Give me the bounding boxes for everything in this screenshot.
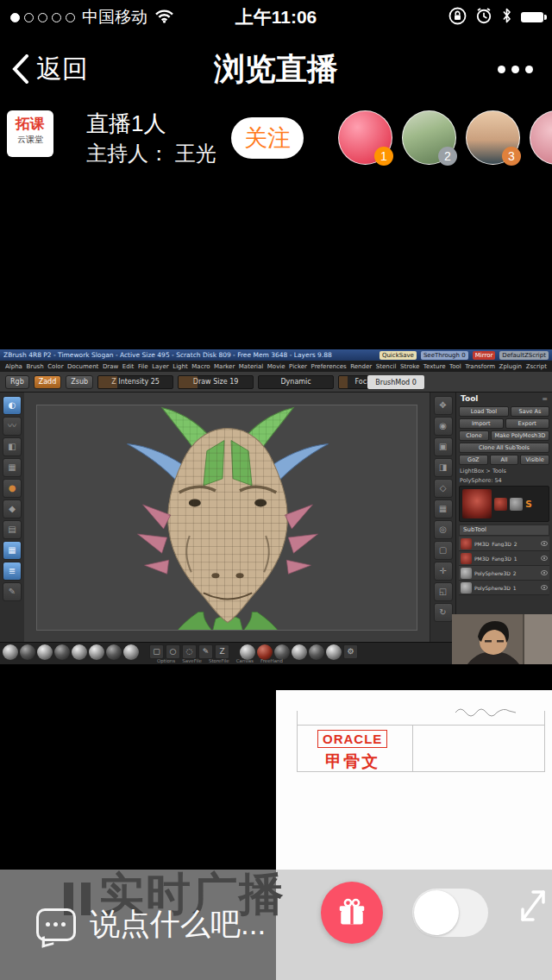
menu-stencil: Stencil xyxy=(376,363,397,370)
viewer-avatar-2[interactable]: 2 xyxy=(402,110,456,165)
zbrush-zscript-button: DefaultZScript xyxy=(499,351,549,360)
brush-thumb xyxy=(326,644,342,660)
zbrush-menubar: Alpha Brush Color Document Draw Edit Fil… xyxy=(0,361,552,372)
floor-icon: ▦ xyxy=(434,499,453,518)
menu-layer: Layer xyxy=(152,363,169,370)
live-info-row: 拓课 云课堂 直播1人 主持人： 王光 关注 1 2 3 xyxy=(0,109,552,171)
material-sphere-thumb xyxy=(123,644,139,660)
rank-badge-3: 3 xyxy=(502,147,521,166)
menu-movie: Movie xyxy=(267,363,285,370)
viewer-avatar-4[interactable] xyxy=(530,110,552,165)
material-sphere-thumb xyxy=(106,644,122,660)
clone-button: Clone xyxy=(459,430,489,441)
goz-button: GoZ xyxy=(459,455,488,465)
current-tool-preview xyxy=(462,489,492,518)
fullscreen-expand-button[interactable] xyxy=(512,883,552,928)
save-as-button: Save As xyxy=(511,406,549,417)
current-tool-thumbnails: S xyxy=(459,486,549,522)
chat-bubble-icon xyxy=(36,908,76,941)
menu-transform: Transform xyxy=(465,363,495,370)
material-sphere-thumb xyxy=(20,644,35,660)
layers-icon: ≣ xyxy=(3,562,22,581)
menu-light: Light xyxy=(172,363,187,370)
more-options-button[interactable] xyxy=(498,35,533,104)
chat-placeholder: 说点什么吧... xyxy=(90,904,266,945)
menu-marker: Marker xyxy=(214,363,235,370)
menu-brush: Brush xyxy=(26,363,43,370)
table-line xyxy=(297,711,298,771)
load-tool-button: Load Tool xyxy=(459,406,509,417)
grid-icon: ▦ xyxy=(3,541,22,560)
current-tool-label: PolySphere: 54 xyxy=(460,477,549,484)
bluetooth-icon xyxy=(501,8,512,27)
zbrush-canvas xyxy=(24,393,430,642)
zbrush-document-frame xyxy=(36,405,417,631)
menu-texture: Texture xyxy=(423,363,446,370)
menu-color: Color xyxy=(47,363,63,370)
visibility-eye-icon xyxy=(541,585,548,590)
viewer-avatar-1[interactable]: 1 xyxy=(338,110,392,165)
table-line xyxy=(297,725,545,726)
menu-zscript: Zscript xyxy=(526,363,547,370)
menu-stroke: Stroke xyxy=(400,363,419,370)
visibility-eye-icon xyxy=(541,570,548,575)
zsub-button: Zsub xyxy=(66,375,93,389)
toggle-knob xyxy=(414,890,459,935)
toggle-switch[interactable] xyxy=(412,889,488,937)
frame-icon: ▢ xyxy=(434,541,453,560)
menu-file: File xyxy=(138,363,148,370)
oracle-logo: ORACLE 甲骨文 xyxy=(317,730,387,773)
subtool-item: PolySphere3D_2 xyxy=(459,566,549,581)
bottom-control-bar: 实时广播 说点什么吧... xyxy=(0,870,552,980)
follow-button[interactable]: 关注 xyxy=(231,117,304,159)
zbrush-mirror-button: Mirror xyxy=(473,351,496,360)
menu-picker: Picker xyxy=(289,363,307,370)
menu-zplugin: Zplugin xyxy=(499,363,522,370)
brush-picker-icon: ◐ xyxy=(3,396,22,415)
clone-all-subtools-button: Clone All SubTools xyxy=(459,443,549,453)
visibility-eye-icon xyxy=(541,556,548,561)
actual-size-icon: ▣ xyxy=(434,437,453,456)
scale-icon: ◱ xyxy=(434,582,453,601)
goz-all-button: All xyxy=(490,455,519,465)
subtool-section-header: SubTool xyxy=(459,525,549,536)
menu-preferences: Preferences xyxy=(311,363,347,370)
recent-tool-thumb xyxy=(510,498,523,511)
subtool-item: PolySphere3D_1 xyxy=(459,581,549,595)
export-button: Export xyxy=(505,418,550,429)
zadd-button: Zadd xyxy=(34,375,62,389)
table-line xyxy=(412,725,413,771)
material-sphere-thumb xyxy=(54,644,70,660)
handwriting-scribble xyxy=(454,704,540,718)
table-line xyxy=(544,711,545,771)
material-sphere-thumb xyxy=(37,644,53,660)
zbrush-z-icon: Z xyxy=(215,644,229,659)
zbrush-bottom-shelf: ▢ ○ ◌ ✎ Z ⚙ Options SaveFile StoreFile C… xyxy=(0,642,452,664)
material-picker-icon: ● xyxy=(3,479,22,498)
dynamic-button: Dynamic xyxy=(258,375,334,389)
gift-button[interactable] xyxy=(321,882,383,944)
menu-macro: Macro xyxy=(191,363,210,370)
zbrush-tool-palette: Tool ≡ Load Tool Save As Import Export C… xyxy=(455,393,552,642)
simplebrush-icon: S xyxy=(525,499,532,510)
nav-bar: 返回 浏览直播 xyxy=(0,35,552,104)
subtool-item: PM3D_Fang3D_2 xyxy=(459,537,549,551)
zoom-icon: ◉ xyxy=(434,417,453,436)
streamer-logo: 拓课 云课堂 xyxy=(7,110,53,157)
lasso-icon: ◌ xyxy=(182,644,197,659)
stream-video-zbrush[interactable]: ZBrush 4R8 P2 - Timework Slogan - Active… xyxy=(0,349,552,664)
chat-input[interactable]: 说点什么吧... xyxy=(36,904,266,945)
zbrush-title-text: ZBrush 4R8 P2 - Timework Slogan - Active… xyxy=(3,351,375,359)
z-intensity-slider: Z Intensity 25 xyxy=(97,375,173,389)
palette-menu-icon: ≡ xyxy=(542,395,548,403)
viewer-avatar-3[interactable]: 3 xyxy=(466,110,520,165)
zbrush-toolbar: Rgb Zadd Zsub Z Intensity 25 Draw Size 1… xyxy=(0,372,552,393)
menu-tool: Tool xyxy=(449,363,461,370)
texture-picker-icon: ▦ xyxy=(3,458,22,477)
alarm-clock-icon xyxy=(475,7,492,28)
viewer-avatars: 1 2 3 xyxy=(338,110,552,165)
persp-icon: ◇ xyxy=(434,479,453,498)
zbrush-seethrough-button: SeeThrough 0 xyxy=(421,351,468,360)
pen-icon: ✎ xyxy=(198,644,213,659)
move-icon: ✛ xyxy=(434,562,453,581)
